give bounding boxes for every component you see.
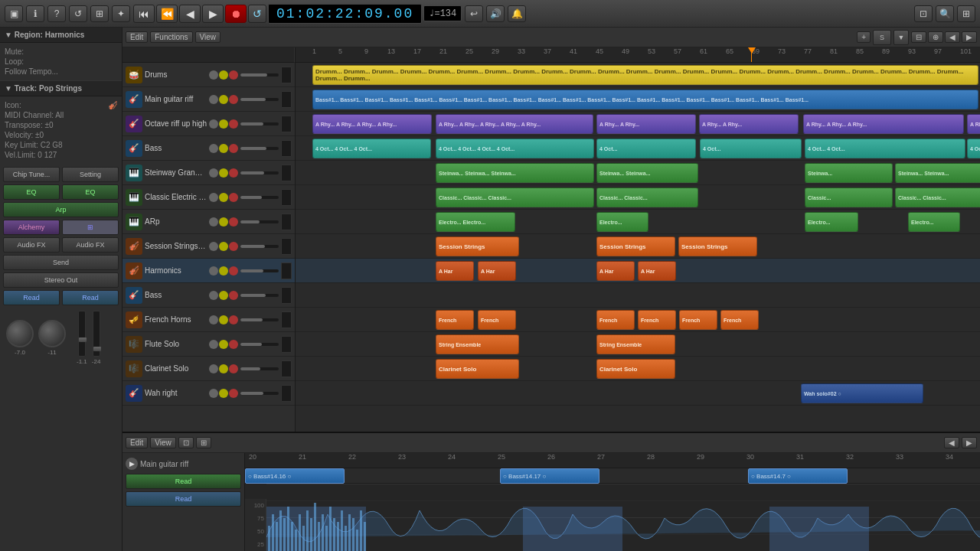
octave-clip-6[interactable]: A Rhy... xyxy=(967,114,980,134)
harmonics-fader[interactable] xyxy=(240,269,279,272)
clarinet-clip-1[interactable]: Clarinet Solo xyxy=(436,359,519,379)
add-track-button[interactable]: + xyxy=(857,31,871,43)
cycle-button[interactable]: ↺ xyxy=(248,5,266,23)
octave-mute[interactable] xyxy=(209,119,218,129)
editor-zoom-btn2[interactable]: ⊞ xyxy=(196,437,211,448)
setting-button[interactable]: Setting xyxy=(62,167,119,182)
piano2-solo[interactable] xyxy=(219,193,228,202)
arr-view-button[interactable]: View xyxy=(195,31,221,43)
toolbar-btn-2[interactable]: ℹ xyxy=(26,5,44,22)
string-ens-clip-1[interactable]: String Ensemble xyxy=(436,334,519,354)
track-item-arp[interactable]: 🎹 ARp xyxy=(122,210,295,234)
horns-clip-3[interactable]: French xyxy=(596,310,635,330)
strings-fader[interactable] xyxy=(240,245,279,248)
piano1-clip-4[interactable]: Steinwa... Steinwa... xyxy=(895,163,980,183)
piano1-solo[interactable] xyxy=(219,168,228,178)
track-item-octave[interactable]: 🎸 Octave riff up high xyxy=(122,112,295,136)
editor-scroll-right[interactable]: ▶ xyxy=(962,437,977,448)
bass-clip-17[interactable]: ○ Bass#14.17 ○ xyxy=(500,468,599,484)
track-item-wah[interactable]: 🎸 Wah right xyxy=(122,381,295,406)
bass1-clip-1[interactable]: 4 Oct... 4 Oct... 4 Oct... xyxy=(312,139,431,158)
zoom-in-button[interactable]: ⊕ xyxy=(928,31,943,43)
toolbar-btn-6[interactable]: ✦ xyxy=(112,5,130,22)
octave-clip-3[interactable]: A Rhy... A Rhy... xyxy=(596,114,696,134)
piano1-clip-1[interactable]: Steinwa... Steinwa... Steinwa... xyxy=(436,163,594,183)
arr-edit-button[interactable]: Edit xyxy=(126,31,148,43)
bass1-clip-2[interactable]: 4 Oct... 4 Oct... 4 Oct... 4 Oct... xyxy=(436,139,594,158)
guitar-solo[interactable] xyxy=(219,95,228,104)
strings-rec[interactable] xyxy=(229,242,238,251)
track-item-guitar[interactable]: 🎸 Main guitar riff xyxy=(122,87,295,112)
eq2-button[interactable]: EQ xyxy=(62,184,119,200)
piano2-rec[interactable] xyxy=(229,193,238,202)
bass1-clip-4[interactable]: 4 Oct... xyxy=(700,139,802,158)
arr-functions-button[interactable]: Functions xyxy=(150,31,192,43)
wah-clip-1[interactable]: Wah solo#02 ○ xyxy=(801,383,923,403)
toolbar-btn-r3[interactable]: 🔔 xyxy=(508,5,526,22)
strings-clip-1[interactable]: Session Strings xyxy=(436,236,519,256)
piano2-clip-3[interactable]: Classic... xyxy=(805,187,893,207)
harmonics-clip-2[interactable]: A Har xyxy=(478,261,516,281)
clarinet-solo[interactable] xyxy=(219,364,228,373)
drums-clip-1[interactable]: Drumm... Drumm... Drumm... Drumm... Drum… xyxy=(312,65,978,85)
octave-solo[interactable] xyxy=(219,119,228,129)
octave-clip-2[interactable]: A Rhy... A Rhy... A Rhy... A Rhy... A Rh… xyxy=(436,114,593,134)
bass-clip-7[interactable]: ○ Bass#14.7 ○ xyxy=(748,468,848,484)
drums-rec[interactable] xyxy=(229,70,238,80)
bass1-clip-5[interactable]: 4 Oct... 4 Oct... xyxy=(805,139,965,158)
toolbar-btn-1[interactable]: ▣ xyxy=(5,5,23,22)
track-item-bass1[interactable]: 🎸 Bass xyxy=(122,136,295,161)
send-button[interactable]: Send xyxy=(3,255,119,270)
audio-fx1-button[interactable]: Audio FX xyxy=(3,237,60,253)
bass1-clip-6[interactable]: 4 Oct... xyxy=(967,139,980,158)
horns-clip-1[interactable]: French xyxy=(436,310,474,330)
audio-fx2-button[interactable]: Audio FX xyxy=(62,237,119,253)
zoom-out-button[interactable]: ⊟ xyxy=(911,31,926,43)
track-item-clarinet[interactable]: 🎼 Clarinet Solo xyxy=(122,357,295,381)
fast-rewind-button[interactable]: ⏪ xyxy=(156,5,178,23)
horns-clip-5[interactable]: French xyxy=(679,310,717,330)
bass1-clip-3[interactable]: 4 Oct... xyxy=(596,139,696,158)
filter-button[interactable]: ▼ xyxy=(893,30,909,45)
bass2-solo[interactable] xyxy=(219,291,228,300)
guitar-fader[interactable] xyxy=(240,98,279,101)
bass-clip-16[interactable]: ○ Bass#14.16 ○ xyxy=(245,468,345,484)
bass1-fader[interactable] xyxy=(240,147,279,150)
arp-mute[interactable] xyxy=(209,217,218,227)
flute-mute[interactable] xyxy=(209,340,218,349)
arp-clip-3[interactable]: Electro... xyxy=(805,212,858,232)
track-item-piano2[interactable]: 🎹 Classic Electric Piano xyxy=(122,185,295,210)
record-button[interactable]: ⏺ xyxy=(225,5,247,23)
arp-clip-4[interactable]: Electro... xyxy=(908,212,960,232)
wah-mute[interactable] xyxy=(209,389,218,398)
piano1-fader[interactable] xyxy=(240,171,279,174)
play-button[interactable]: ▶ xyxy=(202,5,224,23)
piano1-clip-3[interactable]: Steinwa... xyxy=(805,163,893,183)
piano1-mute[interactable] xyxy=(209,168,218,178)
piano2-clip-4[interactable]: Classic... Classic... xyxy=(895,187,980,207)
scroll-right-button[interactable]: ▶ xyxy=(962,31,977,43)
octave-rec[interactable] xyxy=(229,119,238,129)
piano2-clip-1[interactable]: Classic... Classic... Classic... xyxy=(436,187,594,207)
clarinet-fader[interactable] xyxy=(240,367,279,370)
toolbar-btn-r5[interactable]: 🔍 xyxy=(936,5,954,22)
read-button2[interactable]: Read xyxy=(62,290,119,305)
toolbar-btn-4[interactable]: ↺ xyxy=(69,5,87,22)
eq1-button[interactable]: EQ xyxy=(3,184,60,200)
track-item-piano1[interactable]: 🎹 Steinway Grand Piano xyxy=(122,161,295,185)
toolbar-btn-5[interactable]: ⊞ xyxy=(90,5,109,22)
guitar-rec[interactable] xyxy=(229,95,238,104)
horns-fader[interactable] xyxy=(240,318,279,321)
bass2-mute[interactable] xyxy=(209,291,218,300)
flute-fader[interactable] xyxy=(240,343,279,346)
horns-clip-2[interactable]: French xyxy=(478,310,516,330)
main-fader[interactable] xyxy=(79,337,87,342)
editor-edit-button[interactable]: Edit xyxy=(126,437,148,448)
toolbar-btn-r4[interactable]: ⊡ xyxy=(914,5,933,22)
bass1-solo[interactable] xyxy=(219,144,228,153)
octave-clip-1[interactable]: A Rhy... A Rhy... A Rhy... A Rhy... xyxy=(312,114,432,134)
octave-fader[interactable] xyxy=(240,122,279,126)
arp-rec[interactable] xyxy=(229,217,238,227)
arp-fader[interactable] xyxy=(240,220,279,223)
piano1-rec[interactable] xyxy=(229,168,238,178)
